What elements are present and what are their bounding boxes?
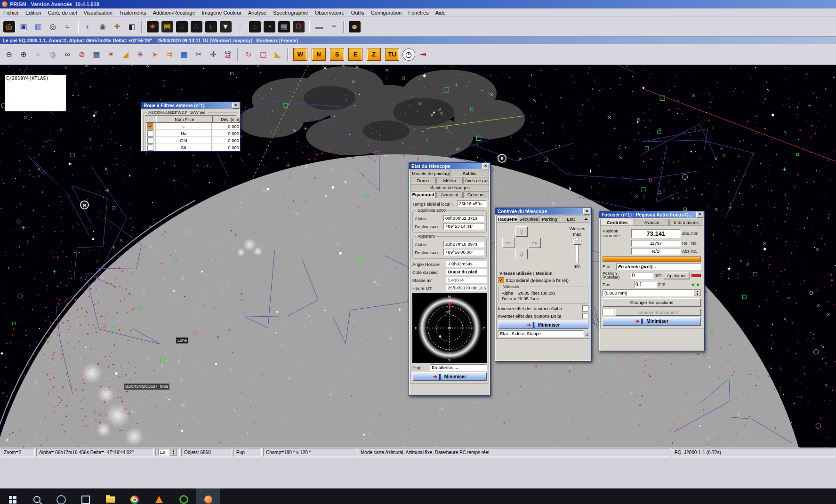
magnet-focus-icon[interactable]: Ω bbox=[291, 20, 305, 33]
menu-fenetres[interactable]: Fenêtres bbox=[405, 9, 432, 16]
telescope-state-minimize-button[interactable]: Minimiser bbox=[412, 372, 487, 381]
task-view-button[interactable] bbox=[73, 488, 98, 504]
step-in-button[interactable] bbox=[690, 282, 695, 287]
menu-spectrographie[interactable]: Spectrographie bbox=[270, 9, 312, 16]
anaconda-icon[interactable] bbox=[171, 488, 196, 504]
filter-row[interactable]: OIII0.000 bbox=[145, 137, 236, 144]
sun-section-icon[interactable]: ◔ bbox=[262, 20, 276, 33]
speed-slider-thumb[interactable] bbox=[573, 240, 581, 245]
tab-raquette[interactable]: Raquette bbox=[496, 216, 517, 222]
grid-sphere-icon[interactable]: ◍ bbox=[46, 48, 60, 61]
spinner-icon[interactable] bbox=[170, 449, 177, 456]
look-east-button[interactable]: E bbox=[348, 48, 362, 61]
menu-analyse[interactable]: Analyse bbox=[245, 9, 270, 16]
user-profile-icon[interactable]: ☻ bbox=[347, 20, 362, 33]
tab-subtils[interactable]: Subtils bbox=[450, 170, 490, 176]
close-icon[interactable] bbox=[232, 103, 239, 109]
slew-left-button[interactable] bbox=[502, 238, 514, 248]
change-positions-button[interactable]: Changer les positions bbox=[603, 298, 701, 307]
tab-azimutal[interactable]: Azimutal bbox=[436, 191, 462, 198]
tab-axes-de-guidage[interactable]: Axes de guidage bbox=[463, 177, 489, 184]
search-button[interactable] bbox=[24, 488, 49, 504]
refresh-icon[interactable]: ↻ bbox=[241, 48, 256, 61]
moon-label[interactable]: Lune bbox=[176, 337, 188, 344]
slew-up-button[interactable] bbox=[515, 226, 528, 237]
map-window-titlebar[interactable]: Le ciel EQ.2000-1-1, Zoom=2, Alpha= 06h5… bbox=[0, 37, 836, 44]
close-icon[interactable] bbox=[482, 163, 489, 169]
flat-field-icon[interactable]: ▬ bbox=[312, 20, 326, 33]
image-display-icon[interactable]: ▥ bbox=[31, 20, 45, 33]
step-input[interactable] bbox=[634, 281, 657, 288]
red-spheres-icon[interactable]: ∴ bbox=[175, 20, 189, 33]
object-label[interactable]: BSC45NGC3627=M66 bbox=[124, 384, 169, 390]
telescope-control-minimize-button[interactable]: Minimiser bbox=[498, 320, 588, 329]
exit-map-icon[interactable]: ⇥ bbox=[416, 48, 430, 61]
observatory-dome-icon[interactable]: ⌂ bbox=[233, 20, 247, 33]
ccd-grid-icon[interactable]: ▦ bbox=[277, 20, 291, 33]
hide-objects-icon[interactable]: ⊘ bbox=[75, 48, 89, 61]
eraser-icon[interactable]: ◢ bbox=[119, 48, 133, 61]
filter-checkbox[interactable] bbox=[147, 144, 153, 151]
menu-configuration[interactable]: Configuration bbox=[368, 9, 405, 16]
tab-controles[interactable]: Contrôles bbox=[600, 219, 634, 225]
clock-icon[interactable]: ◷ bbox=[402, 48, 416, 61]
planet-view-icon[interactable]: ◌ bbox=[248, 20, 262, 33]
tab-modele-de-pointage[interactable]: Modèle de pointage bbox=[410, 170, 450, 176]
spinner-icon[interactable] bbox=[694, 289, 701, 296]
speed-slider[interactable] bbox=[576, 238, 579, 263]
filter-row[interactable]: Ha0.000 bbox=[145, 130, 236, 137]
menu-observatoire[interactable]: Observatoire bbox=[312, 9, 348, 16]
angle-tool-icon[interactable]: ◣ bbox=[271, 48, 285, 61]
goto-object-icon[interactable]: ➤ bbox=[148, 48, 162, 61]
tab-scroll-icon[interactable] bbox=[582, 216, 590, 222]
tab-avance[interactable]: Avancé bbox=[635, 219, 668, 225]
menu-aide[interactable]: Aide bbox=[432, 9, 449, 16]
select-region-icon[interactable]: ▢ bbox=[256, 48, 270, 61]
tab-securites[interactable]: Sécurités bbox=[518, 216, 539, 222]
ephemeris-table-icon[interactable]: ▦ bbox=[177, 48, 191, 61]
render-3d-icon[interactable]: ▤ bbox=[160, 20, 174, 33]
star-colors-icon[interactable]: ✶ bbox=[104, 48, 118, 61]
menu-carte-du-ciel[interactable]: Carte du ciel bbox=[45, 9, 80, 16]
close-icon[interactable] bbox=[696, 212, 703, 218]
focuser-titlebar[interactable]: Focuser (n°1) : Pegasus Astro Focus C... bbox=[599, 211, 704, 218]
filter-checkbox[interactable] bbox=[147, 123, 153, 129]
moon-phase-icon[interactable]: ◐ bbox=[81, 20, 95, 33]
saturn-icon[interactable]: ♄ bbox=[204, 20, 218, 33]
chrome-icon[interactable] bbox=[122, 488, 147, 504]
menu-fichier[interactable]: Fichier bbox=[0, 9, 22, 16]
focuser-minimize-button[interactable]: Minimiser bbox=[603, 317, 701, 326]
telescope-control-titlebar[interactable]: Controle du télescope bbox=[495, 208, 591, 215]
prism-taskbar-icon[interactable] bbox=[196, 488, 220, 504]
galaxy-icon[interactable]: ✳ bbox=[145, 20, 160, 33]
filter-wheel-titlebar[interactable]: Roue à Filtres externe (n°1) bbox=[141, 102, 240, 109]
field-cross-icon[interactable]: ✳ bbox=[133, 48, 147, 61]
telescope-state-titlebar[interactable]: Etat du télescope bbox=[409, 163, 490, 169]
magnifier-icon[interactable]: ◉ bbox=[96, 20, 110, 33]
print-icon[interactable]: ▤ bbox=[89, 48, 104, 61]
look-north-button[interactable]: N bbox=[312, 48, 326, 61]
apply-button[interactable]: Appliquer bbox=[664, 272, 689, 279]
menu-visualisation[interactable]: Visualisation bbox=[80, 9, 116, 16]
look-zenith-button[interactable]: Z bbox=[367, 48, 381, 61]
menu-outils[interactable]: Outils bbox=[348, 9, 368, 16]
status-eq-selector[interactable]: Eq bbox=[155, 448, 180, 456]
negative-image-icon[interactable]: ◧ bbox=[125, 20, 139, 33]
stop-sidereal-checkbox[interactable] bbox=[498, 277, 504, 283]
tab-moniteur-de-nuages[interactable]: Moniteur de Nuages bbox=[410, 184, 489, 191]
sky-map[interactable]: C/2019Y4(ATLAS) N E Lune BSC45NGC3627=M6… bbox=[0, 65, 836, 448]
menu-edition[interactable]: Edition bbox=[22, 9, 45, 16]
slew-right-button[interactable] bbox=[529, 238, 541, 248]
menu-traitements[interactable]: Traitements bbox=[116, 9, 150, 16]
zoom-out-icon[interactable]: ⊖ bbox=[2, 48, 16, 61]
time-tu-button[interactable]: TU bbox=[385, 48, 399, 61]
app-titlebar[interactable]: PRISM - Version Avancée 10.4.1.518 bbox=[0, 0, 836, 8]
dark-frame-icon[interactable]: ▼ bbox=[218, 20, 233, 33]
eq-az-toggle[interactable]: EQAZ bbox=[221, 48, 235, 61]
histogram-icon[interactable]: ≡ bbox=[327, 20, 341, 33]
aperture-photometry-icon[interactable]: ◎ bbox=[46, 20, 60, 33]
zoom-in-icon[interactable]: ⊕ bbox=[16, 48, 31, 61]
cortana-button[interactable] bbox=[49, 488, 73, 504]
step-out-button[interactable] bbox=[696, 282, 701, 287]
register-add-icon[interactable]: ✚ bbox=[110, 20, 124, 33]
